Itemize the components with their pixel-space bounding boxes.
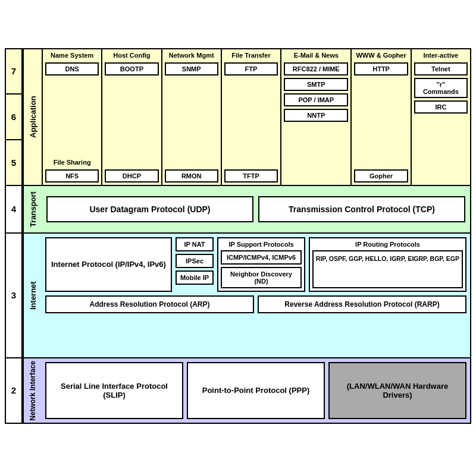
ip-sub-column: IP NAT IPSec Mobile IP	[176, 237, 214, 292]
app-section-host-config: Host Config BOOTP DHCP	[102, 49, 162, 185]
layer-num-7: 7	[6, 49, 21, 95]
ip-routing-outer: IP Routing Protocols RIP, OSPF, GGP, HEL…	[309, 237, 466, 292]
transport-layer-name: Transport	[23, 186, 42, 232]
app-title-email-news: E-Mail & News	[294, 52, 339, 59]
app-item-rmon: RMON	[165, 169, 218, 182]
internet-bottom-row: Address Resolution Protocol (ARP) Revers…	[45, 295, 466, 313]
app-item-telnet: Telnet	[414, 62, 468, 75]
app-title-interactive: Inter-active	[424, 52, 459, 59]
app-item-smtp: SMTP	[284, 78, 348, 91]
app-section-network-mgmt: Network Mgmt SNMP RMON	[162, 49, 222, 185]
app-item-nfs: NFS	[45, 169, 99, 182]
app-item-r-commands: "r" Commands	[414, 78, 468, 98]
network-interface-layer-name: Network Interface	[23, 358, 42, 423]
transport-layer: 4 Transport User Datagram Protocol (UDP)…	[6, 186, 470, 234]
ipsec-box: IPSec	[176, 254, 214, 268]
neighbor-discovery-box: Neighbor Discovery (ND)	[221, 267, 302, 288]
network-diagram: 7 6 5 Application Name System DNS File S…	[5, 48, 471, 424]
transport-content: User Datagram Protocol (UDP) Transmissio…	[42, 186, 470, 232]
app-title-host-config: Host Config	[113, 52, 150, 59]
app-title-file-transfer: File Transfer	[231, 52, 270, 59]
layer-num-6: 6	[6, 95, 21, 140]
arp-box: Address Resolution Protocol (ARP)	[45, 295, 254, 313]
app-item-gopher: Gopher	[354, 169, 408, 182]
internet-content: Internet Protocol (IP/IPv4, IPv6) IP NAT…	[42, 234, 470, 357]
app-item-http: HTTP	[354, 62, 408, 75]
app-item-tftp: TFTP	[224, 169, 278, 182]
app-item-bootp: BOOTP	[105, 62, 158, 75]
tcp-box: Transmission Control Protocol (TCP)	[258, 196, 465, 222]
internet-layer-name: Internet	[23, 234, 42, 357]
layer-num-3: 3	[6, 234, 23, 357]
udp-box: User Datagram Protocol (UDP)	[46, 196, 253, 222]
application-layer-name: Application	[23, 49, 42, 185]
layer-num-5: 5	[6, 140, 21, 185]
ip-routing-content: RIP, OSPF, GGP, HELLO, IGRP, EIGRP, BGP,…	[312, 250, 463, 288]
ip-support-title: IP Support Protocols	[221, 241, 302, 248]
app-item-rfc822: RFC822 / MIME	[284, 62, 348, 75]
app-section-www-gopher: WWW & Gopher HTTP Gopher	[352, 49, 411, 185]
app-layer-numbers: 7 6 5	[6, 49, 23, 185]
mobile-ip-box: Mobile IP	[176, 270, 214, 285]
app-section-file-transfer: File Transfer FTP TFTP	[222, 49, 281, 185]
app-item-irc: IRC	[414, 100, 468, 114]
icmp-box: ICMP/ICMPv4, ICMPv6	[221, 250, 302, 265]
ip-nat-box: IP NAT	[176, 237, 214, 251]
ip-routing-title: IP Routing Protocols	[312, 241, 463, 248]
hw-drivers-box: (LAN/WLAN/WAN Hardware Drivers)	[328, 362, 466, 420]
app-item-popimap: POP / IMAP	[284, 93, 348, 106]
ip-main-box: Internet Protocol (IP/IPv4, IPv6)	[45, 237, 172, 292]
ppp-box: Point-to-Point Protocol (PPP)	[187, 362, 325, 420]
internet-layer: 3 Internet Internet Protocol (IP/IPv4, I…	[6, 234, 470, 358]
app-item-snmp: SNMP	[165, 62, 218, 75]
app-title-network-mgmt: Network Mgmt	[169, 52, 214, 59]
rarp-box: Reverse Address Resolution Protocol (RAR…	[258, 295, 466, 313]
layer-num-4: 4	[6, 186, 23, 232]
app-section-email-news: E-Mail & News RFC822 / MIME SMTP POP / I…	[281, 49, 352, 185]
ip-support-outer: IP Support Protocols ICMP/ICMPv4, ICMPv6…	[217, 237, 305, 292]
layer-num-2: 2	[6, 358, 23, 423]
app-item-dns: DNS	[45, 62, 99, 75]
app-title-file-sharing: File Sharing	[54, 159, 91, 166]
netif-content: Serial Line Interface Protocol (SLIP) Po…	[42, 358, 470, 423]
app-title-www-gopher: WWW & Gopher	[356, 52, 406, 59]
app-item-nntp: NNTP	[284, 109, 348, 122]
app-item-dhcp: DHCP	[105, 169, 158, 182]
app-section-interactive: Inter-active Telnet "r" Commands IRC	[412, 49, 470, 185]
app-section-name-system: Name System DNS File Sharing NFS	[43, 49, 102, 185]
slip-box: Serial Line Interface Protocol (SLIP)	[45, 362, 183, 420]
application-layer: 7 6 5 Application Name System DNS File S…	[6, 49, 470, 186]
app-title-name-system: Name System	[51, 52, 93, 59]
internet-top-row: Internet Protocol (IP/IPv4, IPv6) IP NAT…	[45, 237, 466, 292]
network-interface-layer: 2 Network Interface Serial Line Interfac…	[6, 358, 470, 423]
app-item-ftp: FTP	[224, 62, 278, 75]
